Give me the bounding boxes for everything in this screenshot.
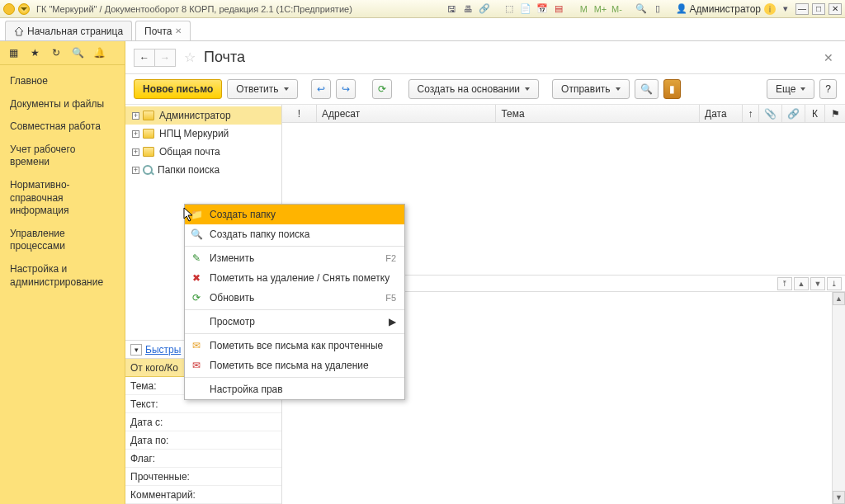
- tb-doc-icon[interactable]: 📄: [519, 2, 532, 16]
- nav-item-proc[interactable]: Управление процессами: [0, 223, 125, 258]
- expand-icon[interactable]: +: [132, 167, 139, 174]
- window-minimize[interactable]: —: [795, 3, 809, 15]
- page-close-button[interactable]: ✕: [820, 51, 837, 64]
- filter-label: Комментарий:: [130, 489, 196, 501]
- grid-up-button[interactable]: ▲: [794, 277, 809, 290]
- col-chain[interactable]: 🔗: [782, 105, 805, 122]
- col-attachment[interactable]: 📎: [759, 105, 782, 122]
- ctx-view[interactable]: Просмотр ▶: [185, 312, 404, 332]
- refresh-button[interactable]: ⟳: [372, 79, 392, 99]
- collapse-filter-button[interactable]: ▾: [130, 344, 142, 356]
- col-k[interactable]: К: [805, 105, 825, 122]
- col-flag[interactable]: ⚑: [825, 105, 845, 122]
- nav-item-ref[interactable]: Нормативно-справочная информация: [0, 174, 125, 223]
- tb-info-icon[interactable]: i: [764, 3, 776, 15]
- ctx-mark-all-read[interactable]: ✉ Пометить все письма как прочтенные: [185, 336, 404, 356]
- quick-filter-link[interactable]: Быстры: [145, 344, 181, 356]
- filter-row-read[interactable]: Прочтенные:: [125, 468, 281, 486]
- ctx-mark-all-delete[interactable]: ✉ Пометить все письма на удаление: [185, 356, 404, 375]
- send-button[interactable]: Отправить: [552, 79, 630, 99]
- col-label: К: [812, 108, 818, 120]
- app-menu-dropdown[interactable]: [18, 3, 30, 15]
- ctx-label: Пометить на удаление / Снять пометку: [210, 272, 396, 284]
- col-subject[interactable]: Тема: [496, 105, 700, 122]
- tb-info-caret[interactable]: ▾: [779, 2, 792, 16]
- col-importance[interactable]: !: [282, 105, 317, 122]
- tab-home[interactable]: Начальная страница: [5, 21, 132, 40]
- more-button[interactable]: Еще: [767, 79, 814, 99]
- col-date[interactable]: Дата: [700, 105, 743, 122]
- ctx-mark-delete[interactable]: ✖ Пометить на удаление / Снять пометку: [185, 268, 404, 288]
- tree-item-search-folders[interactable]: + Папки поиска: [125, 161, 281, 179]
- ctx-create-folder[interactable]: 📁 Создать папку: [185, 205, 404, 224]
- filter-row-date-from[interactable]: Дата с:: [125, 413, 281, 431]
- search-button[interactable]: 🔍: [635, 79, 659, 99]
- favorite-star-icon[interactable]: ☆: [182, 50, 197, 65]
- tree-item-npc[interactable]: + НПЦ Меркурий: [125, 125, 281, 143]
- tb-compare-icon[interactable]: ⬚: [503, 2, 516, 16]
- create-based-on-button[interactable]: Создать на основании: [408, 79, 540, 99]
- nav-item-admin[interactable]: Настройка и администрирование: [0, 258, 125, 294]
- new-mail-button[interactable]: Новое письмо: [134, 79, 222, 99]
- reply-button[interactable]: Ответить: [227, 79, 297, 99]
- nav-item-time[interactable]: Учет рабочего времени: [0, 139, 125, 174]
- more-label: Еще: [776, 83, 795, 95]
- nav-favorite-icon[interactable]: ★: [28, 46, 41, 59]
- tb-calc-icon[interactable]: ▤: [552, 2, 565, 16]
- reply-all-button[interactable]: ↩: [311, 79, 331, 99]
- addressbook-button[interactable]: ▮: [663, 79, 681, 99]
- nav-item-main[interactable]: Главное: [0, 70, 125, 93]
- tb-m-icon[interactable]: M: [577, 2, 590, 16]
- tb-zoom-icon[interactable]: 🔍: [635, 2, 648, 16]
- current-user[interactable]: 👤 Администратор: [676, 3, 761, 15]
- nav-history-icon[interactable]: ↻: [50, 46, 63, 59]
- grid-first-button[interactable]: ⤒: [777, 277, 792, 290]
- tb-calendar-icon[interactable]: 📅: [536, 2, 549, 16]
- current-user-label: Администратор: [689, 3, 761, 15]
- ctx-rights[interactable]: Настройка прав: [185, 379, 404, 399]
- tb-link-icon[interactable]: 🔗: [478, 2, 491, 16]
- tree-item-admin[interactable]: + Администратор: [125, 106, 281, 125]
- expand-icon[interactable]: +: [132, 112, 139, 120]
- nav-apps-icon[interactable]: ▦: [7, 46, 20, 59]
- send-label: Отправить: [561, 83, 611, 95]
- tb-mplus-icon[interactable]: M+: [593, 2, 607, 16]
- nav-search-icon[interactable]: 🔍: [71, 46, 84, 59]
- forward-button[interactable]: ↪: [336, 79, 356, 99]
- scroll-down-icon[interactable]: ▼: [833, 491, 845, 504]
- preview-scrollbar[interactable]: ▲ ▼: [832, 292, 845, 504]
- window-close[interactable]: ✕: [828, 3, 842, 15]
- nav-forward-button[interactable]: →: [154, 49, 176, 67]
- toolbar: Новое письмо Ответить ↩ ↪ ⟳ Создать на о…: [125, 74, 845, 105]
- nav-back-button[interactable]: ←: [134, 49, 155, 67]
- nav-item-collab[interactable]: Совместная работа: [0, 115, 125, 139]
- nav-item-docs[interactable]: Документы и файлы: [0, 93, 125, 116]
- ctx-create-search-folder[interactable]: 🔍 Создать папку поиска: [185, 224, 404, 244]
- flag-icon: ⚑: [831, 108, 840, 120]
- tab-mail-close[interactable]: ✕: [175, 26, 182, 35]
- window-maximize[interactable]: □: [812, 3, 825, 15]
- ctx-shortcut: F5: [385, 293, 396, 303]
- ctx-edit[interactable]: ✎ Изменить F2: [185, 248, 404, 268]
- expand-icon[interactable]: +: [132, 130, 139, 138]
- ctx-refresh[interactable]: ⟳ Обновить F5: [185, 288, 404, 308]
- scroll-up-icon[interactable]: ▲: [833, 292, 845, 305]
- filter-row-flag[interactable]: Флаг:: [125, 450, 281, 468]
- expand-icon[interactable]: +: [132, 148, 139, 156]
- nav-bell-icon[interactable]: 🔔: [92, 46, 106, 59]
- grid-down-button[interactable]: ▼: [810, 277, 825, 290]
- tb-panel-icon[interactable]: ▯: [651, 2, 664, 16]
- tree-item-common[interactable]: + Общая почта: [125, 143, 281, 161]
- col-addressee[interactable]: Адресат: [317, 105, 496, 122]
- ctx-label: Обновить: [210, 292, 379, 304]
- filter-row-date-to[interactable]: Дата по:: [125, 431, 281, 450]
- tb-save-icon[interactable]: 🖫: [445, 2, 458, 16]
- filter-row-comment[interactable]: Комментарий:: [125, 486, 281, 504]
- search-add-icon: 🔍: [190, 228, 203, 241]
- tab-mail[interactable]: Почта ✕: [135, 21, 191, 40]
- grid-last-button[interactable]: ⤓: [827, 277, 842, 290]
- help-button[interactable]: ?: [819, 79, 837, 99]
- tb-print-icon[interactable]: 🖶: [461, 2, 474, 16]
- col-sort[interactable]: ↑: [743, 105, 759, 122]
- tb-mminus-icon[interactable]: M-: [610, 2, 623, 16]
